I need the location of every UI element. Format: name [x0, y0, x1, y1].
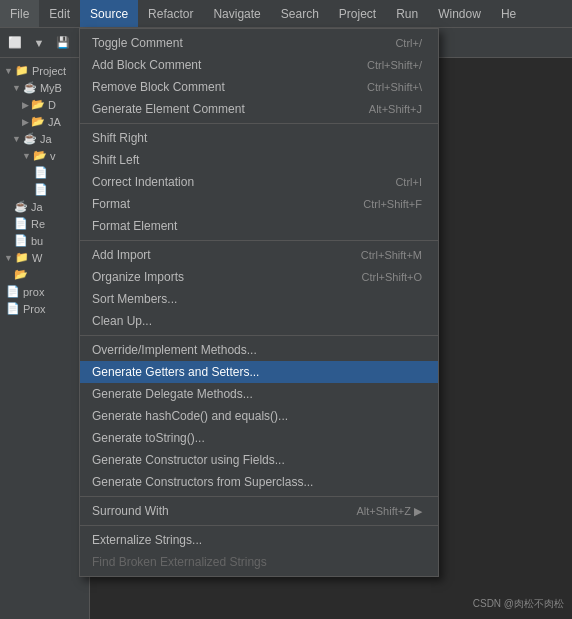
- externalize-strings[interactable]: Externalize Strings...: [80, 529, 438, 551]
- tree-bu[interactable]: 📄 bu: [0, 232, 89, 249]
- watermark: CSDN @肉松不肉松: [473, 597, 564, 611]
- menu-refactor[interactable]: Refactor: [138, 0, 203, 27]
- surround-with-shortcut: Alt+Shift+Z ▶: [357, 505, 422, 518]
- tree-label: W: [32, 252, 42, 264]
- menu-window[interactable]: Window: [428, 0, 491, 27]
- tree-label: D: [48, 99, 56, 111]
- tree-arrow: ▼: [4, 66, 13, 76]
- organize-imports[interactable]: Organize Imports Ctrl+Shift+O: [80, 266, 438, 288]
- format-shortcut: Ctrl+Shift+F: [363, 198, 422, 210]
- tree-folder[interactable]: 📂: [0, 266, 89, 283]
- project-icon: 📁: [15, 64, 29, 77]
- surround-with[interactable]: Surround With Alt+Shift+Z ▶: [80, 500, 438, 522]
- source-dropdown: Toggle Comment Ctrl+/ Add Block Comment …: [79, 28, 439, 577]
- generate-tostring[interactable]: Generate toString()...: [80, 427, 438, 449]
- surround-with-label: Surround With: [92, 504, 169, 518]
- tree-label: prox: [23, 286, 44, 298]
- toggle-comment-shortcut: Ctrl+/: [395, 37, 422, 49]
- menu-run[interactable]: Run: [386, 0, 428, 27]
- shift-left-label: Shift Left: [92, 153, 139, 167]
- tree-ja2[interactable]: ▼ ☕ Ja: [0, 130, 89, 147]
- remove-block-comment-label: Remove Block Comment: [92, 80, 225, 94]
- externalize-section: Externalize Strings... Find Broken Exter…: [80, 526, 438, 576]
- generate-constructors-superclass-label: Generate Constructors from Superclass...: [92, 475, 313, 489]
- myb-icon: ☕: [23, 81, 37, 94]
- add-import-label: Add Import: [92, 248, 151, 262]
- correct-indentation[interactable]: Correct Indentation Ctrl+I: [80, 171, 438, 193]
- generate-element-comment[interactable]: Generate Element Comment Alt+Shift+J: [80, 98, 438, 120]
- tree-sub1[interactable]: 📄: [0, 164, 89, 181]
- remove-block-comment[interactable]: Remove Block Comment Ctrl+Shift+\: [80, 76, 438, 98]
- tree-v[interactable]: ▼ 📂 v: [0, 147, 89, 164]
- menu-file[interactable]: File: [0, 0, 39, 27]
- menu-navigate[interactable]: Navigate: [203, 0, 270, 27]
- correct-indentation-shortcut: Ctrl+I: [395, 176, 422, 188]
- tree-re[interactable]: 📄 Re: [0, 215, 89, 232]
- tree-sub2[interactable]: 📄: [0, 181, 89, 198]
- generate-constructors-superclass[interactable]: Generate Constructors from Superclass...: [80, 471, 438, 493]
- tree-prox1[interactable]: 📄 prox: [0, 283, 89, 300]
- generate-delegate[interactable]: Generate Delegate Methods...: [80, 383, 438, 405]
- tree-label: Ja: [31, 201, 43, 213]
- tree-ja1[interactable]: ▶ 📂 JA: [0, 113, 89, 130]
- format-element-label: Format Element: [92, 219, 177, 233]
- find-broken-strings: Find Broken Externalized Strings: [80, 551, 438, 573]
- w-icon: 📁: [15, 251, 29, 264]
- organize-imports-shortcut: Ctrl+Shift+O: [361, 271, 422, 283]
- dropdown-menu: Toggle Comment Ctrl+/ Add Block Comment …: [79, 28, 439, 577]
- surround-section: Surround With Alt+Shift+Z ▶: [80, 497, 438, 526]
- correct-indentation-label: Correct Indentation: [92, 175, 194, 189]
- clean-up[interactable]: Clean Up...: [80, 310, 438, 332]
- tree-project[interactable]: ▼ 📁 Project: [0, 62, 89, 79]
- format[interactable]: Format Ctrl+Shift+F: [80, 193, 438, 215]
- generate-section: Override/Implement Methods... Generate G…: [80, 336, 438, 497]
- v-icon: 📂: [33, 149, 47, 162]
- re-icon: 📄: [14, 217, 28, 230]
- menu-search[interactable]: Search: [271, 0, 329, 27]
- tree-label: bu: [31, 235, 43, 247]
- tree-d[interactable]: ▶ 📂 D: [0, 96, 89, 113]
- imports-section: Add Import Ctrl+Shift+M Organize Imports…: [80, 241, 438, 336]
- generate-getters-setters[interactable]: Generate Getters and Setters...: [80, 361, 438, 383]
- menu-bar: File Edit Source Refactor Navigate Searc…: [0, 0, 572, 28]
- ja1-icon: 📂: [31, 115, 45, 128]
- d-icon: 📂: [31, 98, 45, 111]
- menu-source[interactable]: Source: [80, 0, 138, 27]
- tree-arrow: ▼: [12, 83, 21, 93]
- shift-right[interactable]: Shift Right: [80, 127, 438, 149]
- sub1-icon: 📄: [34, 166, 48, 179]
- indent-section: Shift Right Shift Left Correct Indentati…: [80, 124, 438, 241]
- tree-label: JA: [48, 116, 61, 128]
- override-implement[interactable]: Override/Implement Methods...: [80, 339, 438, 361]
- tree-w[interactable]: ▼ 📁 W: [0, 249, 89, 266]
- toolbar-open[interactable]: ▼: [28, 32, 50, 54]
- tree-myb[interactable]: ▼ ☕ MyB: [0, 79, 89, 96]
- toolbar-new[interactable]: ⬜: [4, 32, 26, 54]
- toolbar-save[interactable]: 💾: [52, 32, 74, 54]
- generate-element-comment-shortcut: Alt+Shift+J: [369, 103, 422, 115]
- shift-left[interactable]: Shift Left: [80, 149, 438, 171]
- tree-ja3[interactable]: ☕ Ja: [0, 198, 89, 215]
- toggle-comment[interactable]: Toggle Comment Ctrl+/: [80, 32, 438, 54]
- add-block-comment[interactable]: Add Block Comment Ctrl+Shift+/: [80, 54, 438, 76]
- tree-prox2[interactable]: 📄 Prox: [0, 300, 89, 317]
- tree-arrow: ▶: [22, 117, 29, 127]
- bu-icon: 📄: [14, 234, 28, 247]
- generate-hashcode-label: Generate hashCode() and equals()...: [92, 409, 288, 423]
- add-import[interactable]: Add Import Ctrl+Shift+M: [80, 244, 438, 266]
- sort-members[interactable]: Sort Members...: [80, 288, 438, 310]
- tree-label: Project: [32, 65, 66, 77]
- tree-label: MyB: [40, 82, 62, 94]
- format-label: Format: [92, 197, 130, 211]
- format-element[interactable]: Format Element: [80, 215, 438, 237]
- menu-project[interactable]: Project: [329, 0, 386, 27]
- menu-help[interactable]: He: [491, 0, 526, 27]
- generate-tostring-label: Generate toString()...: [92, 431, 205, 445]
- folder-icon: 📂: [14, 268, 28, 281]
- generate-delegate-label: Generate Delegate Methods...: [92, 387, 253, 401]
- menu-edit[interactable]: Edit: [39, 0, 80, 27]
- comments-section: Toggle Comment Ctrl+/ Add Block Comment …: [80, 29, 438, 124]
- tree-arrow: ▶: [22, 100, 29, 110]
- generate-constructor-fields[interactable]: Generate Constructor using Fields...: [80, 449, 438, 471]
- generate-hashcode[interactable]: Generate hashCode() and equals()...: [80, 405, 438, 427]
